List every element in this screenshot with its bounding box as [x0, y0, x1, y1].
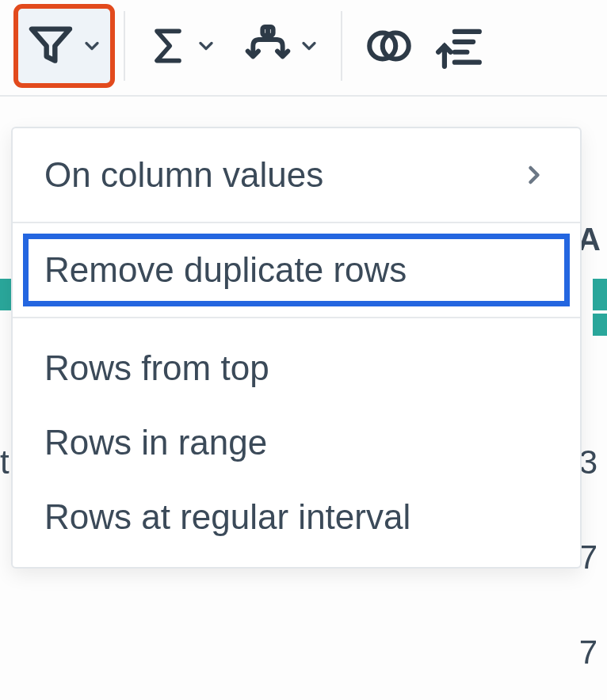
toolbar — [0, 0, 607, 95]
chevron-right-icon — [520, 161, 548, 189]
sort-icon — [434, 21, 483, 70]
filter-button[interactable] — [16, 6, 113, 86]
chevron-down-icon — [298, 35, 320, 57]
menu-item-label: Rows in range — [44, 423, 267, 462]
filter-dropdown-menu: On column values Remove duplicate rows R… — [11, 127, 582, 569]
toolbar-divider — [341, 11, 342, 81]
join-button[interactable] — [353, 6, 425, 86]
toolbar-divider — [124, 11, 125, 81]
menu-item-label: Rows at regular interval — [44, 497, 410, 537]
menu-item-on-column-values[interactable]: On column values — [13, 128, 580, 222]
cell-value: 7 — [579, 538, 597, 576]
pivot-button[interactable] — [233, 6, 330, 86]
column-accent-bar — [593, 279, 607, 310]
chevron-down-icon — [195, 35, 217, 57]
aggregate-button[interactable] — [136, 6, 227, 86]
sigma-icon — [146, 24, 190, 68]
menu-item-remove-duplicate-rows[interactable]: Remove duplicate rows — [13, 223, 580, 317]
row-label: t — [0, 443, 10, 481]
pivot-icon — [242, 21, 293, 71]
column-accent-bar — [593, 314, 607, 336]
menu-item-label: On column values — [44, 155, 323, 195]
chevron-down-icon — [81, 35, 103, 57]
join-icon — [363, 20, 415, 72]
sort-button[interactable] — [431, 6, 493, 86]
cell-value: 7 — [579, 633, 597, 671]
menu-item-rows-at-regular-interval[interactable]: Rows at regular interval — [13, 480, 580, 567]
menu-item-label: Remove duplicate rows — [44, 250, 407, 290]
menu-item-label: Rows from top — [44, 348, 269, 388]
toolbar-bottom-border — [0, 95, 607, 97]
column-accent-bar — [0, 279, 11, 310]
menu-item-rows-in-range[interactable]: Rows in range — [13, 405, 580, 480]
cell-value: 3 — [579, 443, 597, 481]
filter-funnel-icon — [25, 21, 76, 71]
menu-item-rows-from-top[interactable]: Rows from top — [13, 318, 580, 405]
